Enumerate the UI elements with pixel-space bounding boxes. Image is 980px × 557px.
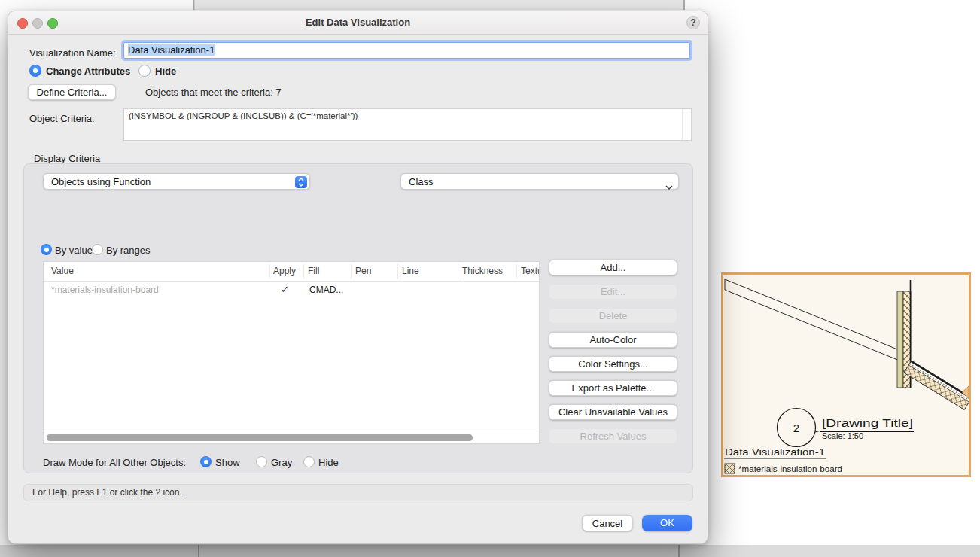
chevron-down-icon [665,179,673,195]
by-ranges-radio[interactable] [92,244,103,255]
scrollbar-thumb[interactable] [47,434,473,441]
object-criteria-field[interactable]: (INSYMBOL & (INGROUP & (INCLSUB)) & (C='… [123,108,692,141]
document-page-edge-top [193,0,685,10]
draw-mode-gray-radio[interactable] [256,456,267,467]
col-pen[interactable]: Pen [355,266,371,276]
question-icon: ? [690,17,695,28]
col-texture[interactable]: Textu [521,266,540,276]
callout-connector [815,431,820,433]
check-icon[interactable]: ✓ [281,284,289,295]
change-attributes-radio[interactable] [29,65,41,77]
criteria-count-text: Objects that meet the criteria: 7 [145,87,282,98]
auto-color-button[interactable]: Auto-Color [549,332,677,348]
ok-button[interactable]: OK [642,515,692,531]
visualization-name-label: Visualization Name: [29,47,116,59]
drawing-viewport-preview[interactable]: 2 [Drawing Title] Scale: 1:50 Data Visua… [721,272,971,477]
add-button[interactable]: Add... [549,260,677,275]
table-header[interactable]: Value Apply Fill Pen Line Thickness Text… [44,262,539,282]
attribute-dropdown[interactable]: Class [400,173,679,190]
delete-button: Delete [549,308,677,324]
visualization-label: Data Visualization-1 [725,446,825,458]
insulation-hatch-diagonal [904,361,969,409]
col-value[interactable]: Value [51,266,74,276]
function-dropdown[interactable]: Objects using Function [43,173,310,190]
row-fill: CMAD... [309,285,343,295]
col-thickness[interactable]: Thickness [462,266,503,276]
define-criteria-button[interactable]: Define Criteria... [28,84,116,100]
hide-mode-radio[interactable] [138,65,151,77]
popup-stepper-icon [295,176,307,188]
draw-mode-gray-label: Gray [271,457,292,468]
by-ranges-label: By ranges [106,245,151,256]
dialog-title: Edit Data Visualization [8,17,708,28]
hide-mode-label: Hide [155,65,176,77]
attribute-dropdown-value: Class [409,176,434,187]
col-fill[interactable]: Fill [308,266,319,276]
table-row[interactable]: *materials-insulation-board ✓ CMAD... [44,282,539,298]
horizontal-scrollbar[interactable] [44,431,538,444]
object-criteria-value: (INSYMBOL & (INGROUP & (INCLSUB)) & (C='… [129,111,358,120]
document-page-edge-bottom [0,545,980,557]
section-drawing: 2 [Drawing Title] Scale: 1:50 Data Visua… [723,275,969,475]
change-attributes-label: Change Attributes [46,65,130,77]
page-boundary-line [678,545,680,557]
beam-lines [725,279,899,361]
legend-label: *materials-insulation-board [738,464,842,473]
col-apply[interactable]: Apply [273,266,296,276]
visualization-name-input[interactable]: Data Visualization-1 [123,42,690,59]
function-dropdown-value: Objects using Function [51,176,151,187]
by-values-radio[interactable] [41,244,52,255]
display-criteria-label: Display Criteria [34,153,100,164]
clear-unavailable-values-button[interactable]: Clear Unavailable Values [549,404,677,420]
selected-text: Data Visualization-1 [128,44,215,56]
by-values-label: By values [55,245,97,256]
wall-layer [897,291,903,388]
draw-mode-hide-radio[interactable] [303,456,315,467]
values-table[interactable]: Value Apply Fill Pen Line Thickness Text… [43,261,540,444]
legend-swatch-icon [725,464,735,473]
help-text: For Help, press F1 or click the ? icon. [32,487,182,498]
draw-mode-show-radio[interactable] [200,456,212,467]
edit-button: Edit... [549,284,677,300]
export-as-palette-button[interactable]: Export as Palette... [549,380,677,396]
drawing-scale: Scale: 1:50 [822,431,863,440]
help-button[interactable]: ? [686,16,700,29]
color-settings-button[interactable]: Color Settings... [549,356,677,372]
draw-mode-hide-label: Hide [318,457,339,468]
row-value: *materials-insulation-board [51,285,159,295]
edit-data-visualization-dialog: Edit Data Visualization ? Visualization … [8,11,708,544]
col-line[interactable]: Line [402,266,419,276]
page-boundary-line [198,545,199,557]
object-criteria-label: Object Criteria: [29,113,95,124]
dialog-titlebar[interactable]: Edit Data Visualization ? [8,11,708,35]
cancel-button[interactable]: Cancel [582,515,633,531]
drawing-title: [Drawing Title] [822,416,913,429]
refresh-values-button: Refresh Values [549,428,677,444]
draw-mode-show-label: Show [215,457,240,468]
display-criteria-group: Objects using Function Class By values B… [23,163,693,473]
draw-mode-label: Draw Mode for All Other Objects: [43,457,186,468]
help-bar: For Help, press F1 or click the ? icon. [23,484,693,501]
drawing-number: 2 [793,422,799,434]
scrollbar-gutter[interactable] [682,109,691,140]
